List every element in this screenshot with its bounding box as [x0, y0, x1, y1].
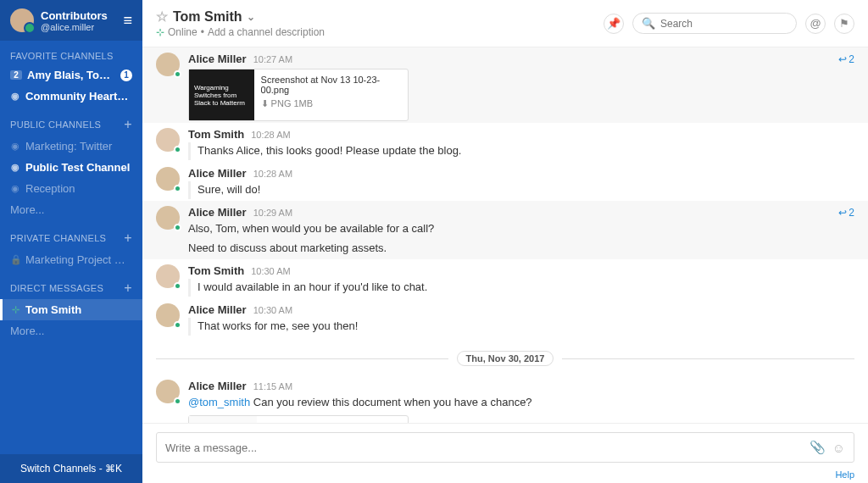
avatar[interactable] [156, 167, 180, 191]
sidebar-item-reception[interactable]: ◉ Reception [0, 178, 142, 199]
sidebar-item-community-heartbeat[interactable]: ◉ Community Heartbeat [0, 86, 142, 107]
online-status-icon: ⊹ [156, 26, 164, 38]
attach-file-icon[interactable]: 📎 [810, 440, 826, 455]
main-menu-icon[interactable]: ≡ [123, 12, 132, 30]
message-text: Need to discuss about marketing assets. [188, 240, 854, 258]
channel-label: Public Test Channel [25, 161, 132, 174]
message: Alice Miller 10:29 AM ↩2 Also, Tom, when… [142, 201, 868, 259]
status-dot-icon [174, 146, 181, 153]
section-public: PUBLIC CHANNELS + [0, 107, 142, 136]
avatar[interactable] [156, 380, 180, 403]
message: Alice Miller 10:27 AM ↩2 Wargaming Switc… [142, 47, 868, 123]
message-author[interactable]: Alice Miller [188, 380, 247, 392]
message: Alice Miller 11:15 AM @tom_smith Can you… [142, 375, 868, 423]
status-dot-icon [174, 321, 181, 329]
sidebar-item-amy-tom[interactable]: 2 Amy Blais, Tom Smi... 1 [0, 64, 142, 86]
reply-icon: ↩ [838, 207, 847, 219]
message-time: 10:29 AM [253, 208, 292, 218]
message-author[interactable]: Alice Miller [188, 167, 247, 180]
attachment-thumbnail: 📎 [189, 416, 257, 423]
message-text: Sure, will do! [188, 181, 854, 199]
globe-icon: ◉ [10, 162, 20, 173]
unread-badge: 1 [120, 69, 132, 81]
attachment-meta: PNG 1MB [271, 98, 314, 108]
section-title: PUBLIC CHANNELS [10, 119, 101, 130]
star-icon[interactable]: ☆ [156, 8, 168, 25]
reply-indicator[interactable]: ↩2 [838, 207, 854, 219]
attachment-filename: Screenshot at Nov 13 10-23-00.png [261, 75, 401, 95]
compose-box[interactable]: 📎 ☺ [156, 432, 854, 463]
flag-icon[interactable]: ⚑ [834, 14, 854, 34]
message-time: 10:30 AM [253, 305, 292, 315]
message-time: 11:15 AM [253, 381, 292, 391]
status-dot-icon [174, 224, 181, 231]
avatar[interactable] [156, 128, 180, 152]
chevron-down-icon[interactable]: ⌄ [247, 11, 255, 23]
search-input[interactable] [660, 18, 787, 30]
sidebar-item-public-test[interactable]: ◉ Public Test Channel [0, 157, 142, 178]
add-public-channel-icon[interactable]: + [124, 117, 132, 132]
attachment-card[interactable]: 📎 Wendy Jones.pages ⬇ PAGES 510KB [188, 415, 409, 423]
section-dm: DIRECT MESSAGES + [0, 270, 142, 299]
channel-description-prompt[interactable]: Add a channel description [208, 26, 325, 38]
message-author[interactable]: Tom Smith [188, 264, 244, 277]
attachment-card[interactable]: Wargaming Switches from Slack to Matterm… [188, 69, 409, 121]
reply-count: 2 [849, 207, 854, 219]
reply-icon: ↩ [838, 53, 847, 65]
message-text: @tom_smith Can you review this document … [188, 394, 854, 412]
channel-label: Marketing Project Disc [25, 253, 132, 266]
sidebar-item-marketing-twitter[interactable]: ◉ Marketing: Twitter [0, 136, 142, 157]
message-list: Alice Miller 10:27 AM ↩2 Wargaming Switc… [142, 47, 868, 423]
search-icon: 🔍 [642, 17, 655, 30]
channel-label: Tom Smith [25, 303, 132, 316]
message-author[interactable]: Alice Miller [188, 53, 247, 65]
section-title: PRIVATE CHANNELS [10, 233, 106, 243]
emoji-icon[interactable]: ☺ [832, 441, 845, 455]
sidebar-more-dm[interactable]: More... [0, 320, 142, 341]
help-link[interactable]: Help [142, 466, 868, 483]
channel-label: Community Heartbeat [25, 90, 132, 103]
message-text: That works for me, see you then! [188, 318, 854, 336]
team-avatar [10, 8, 34, 32]
message-author[interactable]: Tom Smith [188, 128, 244, 141]
message-time: 10:28 AM [253, 169, 292, 179]
message-composer: 📎 ☺ [142, 423, 868, 466]
separator: • [201, 26, 204, 38]
sidebar-more-public[interactable]: More... [0, 199, 142, 220]
download-icon: ⬇ [261, 98, 269, 108]
status-dot-icon [174, 70, 181, 78]
channel-label: Amy Blais, Tom Smi... [27, 69, 115, 81]
add-private-channel-icon[interactable]: + [124, 230, 132, 246]
sidebar-item-marketing-project[interactable]: 🔒 Marketing Project Disc [0, 249, 142, 270]
more-label: More... [10, 203, 132, 216]
add-dm-icon[interactable]: + [124, 280, 132, 296]
globe-icon: ◉ [10, 183, 20, 194]
mention[interactable]: @tom_smith [188, 396, 250, 408]
date-label: Thu, Nov 30, 2017 [457, 351, 554, 366]
avatar[interactable] [156, 303, 180, 327]
sidebar-item-tom-smith[interactable]: ⊹ Tom Smith [0, 299, 142, 320]
avatar[interactable] [156, 264, 180, 288]
channel-label: Marketing: Twitter [25, 140, 132, 153]
avatar[interactable] [156, 53, 180, 76]
mentions-icon[interactable]: @ [805, 14, 826, 34]
switch-channels-button[interactable]: Switch Channels - ⌘K [0, 454, 142, 483]
message-author[interactable]: Alice Miller [188, 303, 247, 316]
team-handle: @alice.miller [41, 22, 116, 32]
team-info: Contributors @alice.miller [41, 9, 116, 32]
pin-icon[interactable]: 📌 [604, 14, 624, 34]
avatar[interactable] [156, 206, 180, 230]
channel-title: Tom Smith [173, 9, 242, 25]
away-status-icon: ⊹ [10, 304, 20, 315]
search-box[interactable]: 🔍 [632, 13, 797, 34]
sidebar: Contributors @alice.miller ≡ FAVORITE CH… [0, 0, 142, 483]
message-author[interactable]: Alice Miller [188, 206, 247, 219]
message: Alice Miller 10:30 AM That works for me,… [142, 298, 868, 337]
channel-header: ☆ Tom Smith ⌄ ⊹ Online • Add a channel d… [142, 0, 868, 47]
section-title: FAVORITE CHANNELS [10, 51, 114, 61]
reply-indicator[interactable]: ↩2 [838, 53, 854, 65]
team-header[interactable]: Contributors @alice.miller ≡ [0, 0, 142, 41]
message-input[interactable] [165, 441, 803, 454]
lock-icon: 🔒 [10, 254, 20, 265]
message: Tom Smith 10:30 AM I would available in … [142, 259, 868, 298]
